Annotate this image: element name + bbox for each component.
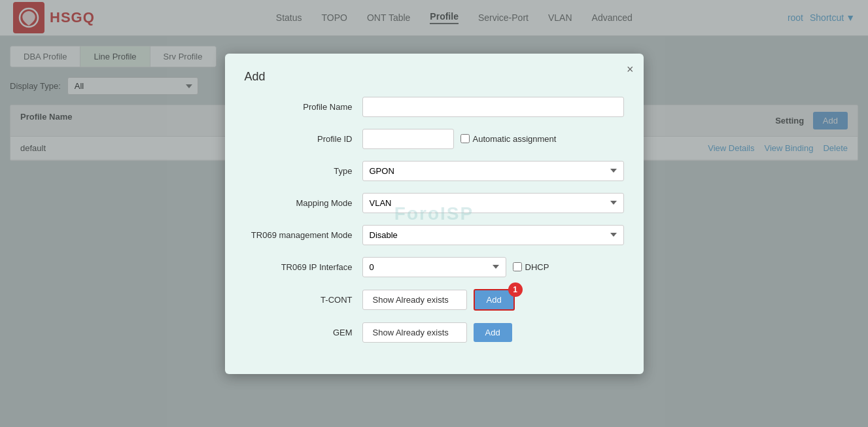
gem-group: Show Already exists Add — [362, 322, 624, 343]
automatic-assignment-label[interactable]: Automatic assignment — [460, 134, 557, 144]
dhcp-checkbox[interactable] — [513, 262, 522, 271]
add-modal: ForoISP Add × Profile Name Profile ID Au… — [225, 54, 644, 374]
mapping-mode-label: Mapping Mode — [245, 198, 362, 208]
type-label: Type — [245, 166, 362, 176]
gem-row: GEM Show Already exists Add — [245, 322, 624, 343]
t-cont-label: T-CONT — [245, 295, 362, 305]
gem-label: GEM — [245, 328, 362, 337]
tr069-ip-row: TR069 IP Interface 0 DHCP — [245, 257, 624, 277]
profile-id-group: Automatic assignment — [362, 129, 624, 149]
mapping-mode-row: Mapping Mode VLAN — [245, 193, 624, 213]
type-row: Type GPON — [245, 161, 624, 181]
modal-close-button[interactable]: × — [627, 63, 634, 75]
profile-id-label: Profile ID — [245, 134, 362, 144]
tr069-mgmt-row: TR069 management Mode Disable — [245, 225, 624, 245]
mapping-mode-select[interactable]: VLAN — [362, 193, 624, 213]
tr069-mgmt-select[interactable]: Disable — [362, 225, 624, 245]
t-cont-row: T-CONT Show Already exists Add 1 — [245, 289, 624, 311]
gem-add-button[interactable]: Add — [474, 323, 512, 342]
tr069-mgmt-label: TR069 management Mode — [245, 230, 362, 240]
profile-name-input[interactable] — [362, 97, 624, 117]
gem-show-button[interactable]: Show Already exists — [362, 322, 467, 343]
t-cont-add-wrapper: Add 1 — [474, 289, 515, 311]
modal-title: Add — [245, 70, 624, 84]
profile-name-label: Profile Name — [245, 102, 362, 112]
tr069-ip-group: 0 DHCP — [362, 257, 624, 277]
tr069-ip-label: TR069 IP Interface — [245, 262, 362, 272]
t-cont-show-button[interactable]: Show Already exists — [362, 290, 467, 310]
type-select[interactable]: GPON — [362, 161, 624, 181]
dhcp-label[interactable]: DHCP — [513, 262, 549, 272]
t-cont-group: Show Already exists Add 1 — [362, 289, 624, 311]
automatic-assignment-checkbox[interactable] — [460, 134, 470, 143]
profile-id-row: Profile ID Automatic assignment — [245, 129, 624, 149]
profile-name-row: Profile Name — [245, 97, 624, 117]
tr069-ip-select[interactable]: 0 — [362, 257, 506, 277]
t-cont-badge: 1 — [508, 282, 523, 297]
modal-overlay: ForoISP Add × Profile Name Profile ID Au… — [0, 0, 868, 427]
profile-id-input[interactable] — [362, 129, 454, 149]
